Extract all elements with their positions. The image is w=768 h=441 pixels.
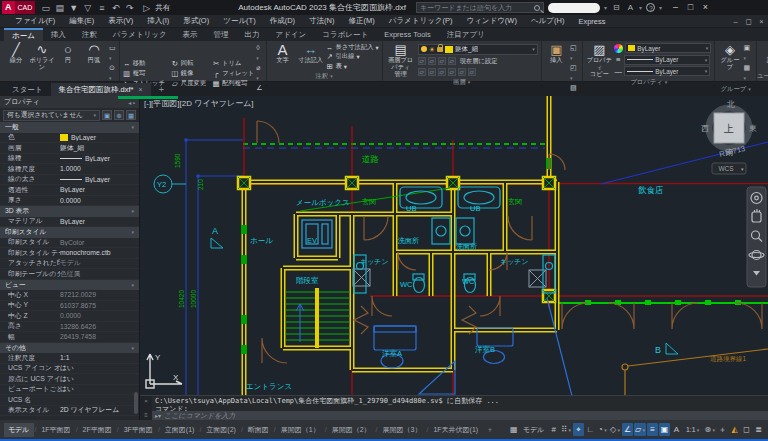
grid-display-icon[interactable]: # — [548, 423, 559, 436]
assistant-dropdown-icon[interactable]: ▾ — [639, 4, 642, 11]
layer-tool2-1[interactable]: ▱ — [428, 68, 436, 76]
layer-tool-0[interactable]: ▱ — [448, 57, 456, 65]
polar-tracking-icon[interactable]: ◔ ▾ — [597, 423, 608, 436]
menu-0[interactable]: ファイル(F) — [8, 16, 62, 26]
tab-close-icon[interactable]: × — [139, 83, 143, 96]
annotation-scale-icon[interactable]: 1:1 ▾ — [683, 423, 702, 436]
property-value[interactable]: ByLayer — [60, 134, 139, 141]
layer-dropdown-icon[interactable]: ▾ — [532, 46, 535, 52]
palette-scrollbar[interactable] — [134, 392, 138, 414]
layer-dropdown[interactable]: ☀ 躯体_細 ▾ — [418, 44, 538, 55]
customize-icon[interactable]: ≣ — [753, 423, 764, 436]
menu-9[interactable]: パラメトリック(P) — [382, 16, 460, 26]
layer-color-swatch[interactable] — [445, 46, 453, 53]
ribbon-tab-9[interactable]: Express Tools — [376, 28, 439, 41]
ribbon-tab-1[interactable]: 挿入 — [43, 28, 74, 41]
ribbon-button-フィレット[interactable]: ╭フィレット — [212, 68, 254, 78]
share-button[interactable]: ▷ 共有 — [140, 3, 170, 13]
ribbon-tab-2[interactable]: 注釈 — [74, 28, 105, 41]
search-input[interactable]: キーワードまたは語句を入力 — [416, 2, 544, 13]
create-mini-0[interactable]: ▭ ▾ — [109, 43, 116, 63]
store-cart-icon[interactable]: ⊟ — [611, 3, 622, 12]
ribbon-tab-6[interactable]: 出力 — [237, 28, 268, 41]
menu-2[interactable]: 表示(V) — [101, 16, 140, 26]
property-value[interactable]: はい — [60, 363, 139, 373]
layer-tool2-4[interactable]: ▱ — [458, 68, 466, 76]
account-dropdown-icon[interactable]: ▾ — [604, 4, 607, 11]
layer-thaw-icon[interactable]: ☀ — [429, 46, 435, 53]
insert-block-button[interactable]: ▣ 挿入 — [545, 42, 568, 104]
section-collapse-icon[interactable]: ▾ — [131, 208, 134, 214]
palette-autohide-icon[interactable]: ◂ ▪ — [128, 99, 135, 106]
ribbon-button-鏡像[interactable]: ◫鏡像 — [171, 68, 206, 78]
graphics-performance-icon[interactable]: ◭ — [729, 423, 740, 436]
clean-screen-icon[interactable]: ◻ — [741, 423, 752, 436]
ribbon-tab-3[interactable]: パラメトリック — [105, 28, 175, 41]
layer-lock-icon[interactable] — [437, 47, 443, 52]
command-input[interactable]: ▸▾ ここにコマンドを入力 — [152, 411, 768, 420]
match-properties-button[interactable]: ▨ プロパティ コピー — [586, 42, 612, 77]
ribbon-tab-10[interactable]: 注目アプリ — [439, 28, 493, 41]
assistant-icon[interactable]: A — [626, 3, 635, 12]
layout-tab-モデル[interactable]: モデル — [4, 423, 34, 437]
infer-constraints-icon[interactable]: ⌖ — [573, 423, 584, 436]
layer-tool2-0[interactable]: ▱ — [418, 68, 426, 76]
osnap-tracking-icon[interactable]: ∠ — [622, 423, 633, 436]
qat-icon-5[interactable]: ↶ — [109, 3, 122, 13]
new-layout-button[interactable]: ＋ — [482, 423, 497, 437]
drawing-canvas[interactable]: 上 北 西 東 南 WCS ▾ — [140, 96, 768, 395]
layout-tab-立面図(1)[interactable]: 立面図(1) — [161, 423, 199, 437]
customize-command-icon[interactable]: ≡ — [144, 412, 148, 418]
snap-mode-icon[interactable]: ⠿ ▾ — [560, 423, 572, 436]
palette-section-ビュー[interactable]: ビュー▾ — [0, 280, 139, 291]
ribbon-button-引出線[interactable]: ↗引出線 ▾ — [326, 52, 379, 61]
doc-minimize-button[interactable]: – — [729, 17, 742, 26]
maximize-button[interactable]: □ — [683, 0, 698, 15]
set-current-layer-button[interactable]: 現在層に設定 — [460, 57, 498, 66]
close-button[interactable]: × — [698, 0, 713, 15]
section-collapse-icon[interactable]: ▾ — [131, 345, 134, 351]
create-mini-1[interactable]: ⊙ ▾ — [109, 63, 116, 83]
color-wheel-icon[interactable] — [614, 44, 623, 53]
qat-icon-2[interactable]: ▼ — [67, 3, 80, 13]
layout-tab-立面図(2)[interactable]: 立面図(2) — [202, 423, 240, 437]
group-button[interactable]: ◈ グループ — [718, 42, 741, 84]
modify-mini-1[interactable]: ⌀ ▾ — [256, 63, 262, 83]
selection-dropdown[interactable]: 何も選択されていません ▾ — [3, 110, 100, 121]
lineweight-icon[interactable]: ≡ — [647, 423, 658, 436]
ribbon-tab-7[interactable]: アドイン — [268, 28, 315, 41]
qat-icon-0[interactable]: ▭ — [39, 3, 52, 13]
block-mini-1[interactable]: ◰ ▾ — [570, 63, 579, 83]
command-pencil-icon[interactable]: ▸▾ — [155, 412, 161, 419]
menu-3[interactable]: 挿入(I) — [140, 16, 176, 26]
section-collapse-icon[interactable]: ▾ — [131, 229, 134, 235]
layer-tool-1[interactable]: ▱ — [438, 57, 446, 65]
model-paper-toggle[interactable]: モデル — [520, 423, 547, 436]
modify-mini-0[interactable]: ◊ ▾ — [256, 43, 262, 63]
linetype-dropdown[interactable]: ByLayer▾ — [624, 66, 710, 76]
ribbon-tab-4[interactable]: 表示 — [175, 28, 206, 41]
section-collapse-icon[interactable]: ▾ — [131, 282, 134, 288]
property-value[interactable]: モデル — [60, 258, 139, 268]
layout-grid-icon[interactable]: ▦ — [508, 423, 519, 436]
property-value[interactable]: monochrome.ctb — [60, 249, 139, 256]
panel-annotate-footer[interactable]: 注釈▾ — [267, 71, 382, 81]
menu-4[interactable]: 形式(O) — [176, 16, 216, 26]
text-button[interactable]: A 文字 — [270, 42, 296, 71]
lineweight-dropdown[interactable]: ByLayer▾ — [624, 55, 710, 65]
ribbon-button-尺度変更[interactable]: ▱尺度変更 — [171, 78, 206, 88]
property-value[interactable]: はい — [60, 384, 139, 394]
property-value[interactable]: ByLayer — [60, 155, 139, 162]
selection-tool-1[interactable]: ⊕ — [114, 110, 124, 120]
tab-document[interactable]: 集合住宅図面旗枠.dxf* × — [51, 83, 151, 96]
doc-restore-button[interactable]: ◻ — [742, 17, 755, 26]
property-value[interactable]: ByLayer — [60, 176, 139, 183]
property-value[interactable]: ByLayer — [60, 218, 139, 225]
object-color-dropdown[interactable]: ByLayer▾ — [625, 43, 711, 53]
new-tab-button[interactable]: ＋ — [151, 83, 172, 96]
quick-measure-icon[interactable]: ＋ — [717, 423, 728, 436]
property-value[interactable]: 87212.0029 — [60, 291, 139, 298]
property-value[interactable]: 躯体_細 — [60, 143, 139, 153]
ribbon-button-複写[interactable]: ▥複写 — [123, 68, 165, 78]
workspace-gear-icon[interactable]: ⊛ ▾ — [703, 423, 716, 436]
